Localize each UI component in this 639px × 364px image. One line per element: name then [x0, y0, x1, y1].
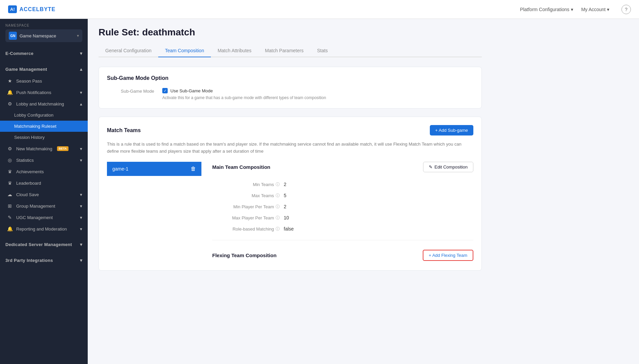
- role-based-info-icon[interactable]: ⓘ: [276, 226, 280, 232]
- composition-panel: Main Team Composition ✎ Edit Composition…: [201, 162, 473, 262]
- sidebar-item-group-management-label: Group Management: [16, 204, 55, 209]
- namespace-selector[interactable]: GN Game Namespace ▾: [5, 29, 82, 42]
- lobby-matchmaking-chevron: ▴: [80, 101, 82, 107]
- max-player-per-team-label: Max Player Per Team ⓘ: [212, 215, 280, 221]
- sidebar-item-matchmaking-ruleset-label: Matchmaking Ruleset: [14, 124, 56, 129]
- section-dedicated-server-header[interactable]: Dedicated Server Management ▾: [0, 239, 88, 250]
- delete-subgame-icon[interactable]: 🗑: [191, 166, 196, 172]
- sidebar-item-lobby-configuration[interactable]: Lobby Configuration: [0, 110, 88, 121]
- sidebar-item-leaderboard[interactable]: ♛ Leaderboard: [0, 177, 88, 189]
- sidebar-item-season-pass[interactable]: ★ Season Pass: [0, 75, 88, 87]
- reporting-moderation-chevron: ▾: [80, 226, 82, 232]
- platform-config-menu[interactable]: Platform Configurations ▾: [520, 7, 573, 12]
- ugc-icon: ✎: [7, 215, 13, 220]
- my-account-menu[interactable]: My Account ▾: [581, 7, 609, 12]
- add-subgame-button[interactable]: + Add Sub-game: [430, 125, 473, 135]
- main-content: Rule Set: deathmatch General Configurati…: [88, 19, 639, 364]
- min-teams-label: Min Teams ⓘ: [212, 182, 280, 187]
- max-player-info-icon[interactable]: ⓘ: [276, 215, 280, 221]
- max-teams-row: Max Teams ⓘ 5: [212, 190, 473, 201]
- max-teams-info-icon[interactable]: ⓘ: [276, 193, 280, 199]
- platform-config-label: Platform Configurations: [520, 7, 569, 12]
- logo-icon: A!: [8, 5, 17, 13]
- flexing-header: Flexing Team Composition + Add Flexing T…: [212, 250, 473, 261]
- my-account-chevron: ▾: [607, 7, 609, 12]
- help-icon[interactable]: ?: [621, 5, 631, 14]
- cloud-save-chevron: ▾: [80, 192, 82, 197]
- composition-title: Main Team Composition: [212, 164, 270, 170]
- tab-team-composition[interactable]: Team Composition: [158, 44, 211, 57]
- sub-game-mode-checkbox-label: Use Sub-Game Mode: [170, 88, 213, 93]
- bell-icon: 🔔: [7, 90, 13, 95]
- ugc-management-chevron: ▾: [80, 215, 82, 220]
- sub-game-mode-content: ✓ Use Sub-Game Mode Activate this for a …: [162, 88, 326, 100]
- min-player-info-icon[interactable]: ⓘ: [276, 204, 280, 210]
- section-e-commerce-chevron: ▾: [80, 51, 82, 56]
- sidebar-item-group-management[interactable]: ⊞ Group Management ▾: [0, 200, 88, 212]
- min-teams-info-icon[interactable]: ⓘ: [276, 182, 280, 187]
- sidebar-item-statistics[interactable]: ◎ Statistics ▾: [0, 154, 88, 166]
- sidebar-item-reporting-moderation[interactable]: 🔔 Reporting and Moderation ▾: [0, 223, 88, 235]
- tab-stats[interactable]: Stats: [310, 44, 335, 57]
- sidebar-item-session-history[interactable]: Session History: [0, 132, 88, 143]
- namespace-section: NAMESPACE GN Game Namespace ▾: [0, 19, 88, 46]
- section-third-party: 3rd Party Integrations ▾: [0, 252, 88, 268]
- third-party-chevron: ▾: [80, 258, 82, 263]
- section-third-party-header[interactable]: 3rd Party Integrations ▾: [0, 254, 88, 266]
- sidebar-item-lobby-matchmaking[interactable]: ⚙ Lobby and Matchmaking ▴: [0, 98, 88, 110]
- max-teams-value: 5: [284, 193, 286, 198]
- role-based-matching-label: Role-based Matching ⓘ: [212, 226, 280, 232]
- role-based-matching-row: Role-based Matching ⓘ false: [212, 223, 473, 235]
- star-icon: ★: [7, 78, 13, 84]
- sidebar-item-season-pass-label: Season Pass: [16, 79, 42, 84]
- section-game-management-chevron: ▴: [80, 67, 82, 72]
- max-player-per-team-value: 10: [284, 215, 289, 220]
- min-teams-row: Min Teams ⓘ 2: [212, 179, 473, 190]
- match-teams-card: Match Teams + Add Sub-game This is a rul…: [99, 117, 482, 271]
- section-e-commerce-header[interactable]: E-Commerce ▾: [0, 48, 88, 59]
- tab-match-parameters[interactable]: Match Parameters: [258, 44, 310, 57]
- section-e-commerce: E-Commerce ▾: [0, 46, 88, 61]
- sidebar-item-push-notifications[interactable]: 🔔 Push Notifications ▾: [0, 87, 88, 98]
- sidebar-item-push-notifications-label: Push Notifications: [16, 90, 51, 95]
- sub-game-mode-card: Sub-Game Mode Option Sub-Game Mode ✓ Use…: [99, 67, 482, 109]
- logo: A! ACCELBYTE: [8, 5, 56, 13]
- sidebar-item-matchmaking-ruleset[interactable]: Matchmaking Ruleset: [0, 121, 88, 132]
- section-game-management-header[interactable]: Game Management ▴: [0, 63, 88, 75]
- flexing-title: Flexing Team Composition: [212, 252, 277, 258]
- sidebar-item-lobby-matchmaking-label: Lobby and Matchmaking: [16, 101, 64, 107]
- add-flexing-team-button[interactable]: + Add Flexing Team: [423, 250, 473, 261]
- group-management-chevron: ▾: [80, 204, 82, 209]
- namespace-chevron: ▾: [77, 33, 79, 38]
- topbar: A! ACCELBYTE Platform Configurations ▾ M…: [0, 0, 639, 19]
- lobby-icon: ⚙: [7, 101, 13, 107]
- namespace-badge: GN: [9, 32, 17, 40]
- sidebar-item-achievements[interactable]: ♛ Achievements: [0, 166, 88, 177]
- tab-general-config[interactable]: General Configuration: [99, 44, 158, 57]
- sub-game-item[interactable]: game-1 🗑: [107, 162, 201, 176]
- statistics-chevron: ▾: [80, 158, 82, 163]
- sidebar-item-new-matchmaking[interactable]: ⚙ New Matchmaking BETA ▾: [0, 143, 88, 154]
- edit-composition-button[interactable]: ✎ Edit Composition: [423, 162, 473, 172]
- cloud-save-icon: ☁: [7, 192, 13, 197]
- sidebar-item-lobby-configuration-label: Lobby Configuration: [14, 113, 53, 118]
- sidebar-item-reporting-moderation-label: Reporting and Moderation: [16, 226, 67, 232]
- sidebar-item-cloud-save-label: Cloud Save: [16, 192, 39, 197]
- tab-match-attributes[interactable]: Match Attributes: [211, 44, 258, 57]
- new-matchmaking-chevron: ▾: [80, 146, 82, 151]
- sub-game-mode-field-label: Sub-Game Mode: [107, 88, 154, 94]
- sidebar-item-ugc-management[interactable]: ✎ UGC Management ▾: [0, 212, 88, 223]
- sidebar-item-cloud-save[interactable]: ☁ Cloud Save ▾: [0, 189, 88, 200]
- tabs: General Configuration Team Composition M…: [99, 44, 482, 57]
- teams-layout: game-1 🗑 Main Team Composition ✎ Edit Co…: [107, 162, 473, 262]
- reporting-icon: 🔔: [7, 226, 13, 232]
- sidebar-item-session-history-label: Session History: [14, 135, 45, 140]
- edit-icon: ✎: [429, 164, 433, 170]
- min-player-per-team-value: 2: [284, 204, 286, 209]
- section-third-party-label: 3rd Party Integrations: [5, 258, 53, 263]
- match-teams-header: Match Teams + Add Sub-game: [107, 125, 473, 135]
- sidebar-item-ugc-management-label: UGC Management: [16, 215, 53, 220]
- sub-game-mode-checkbox[interactable]: ✓: [162, 88, 168, 93]
- flexing-section: Flexing Team Composition + Add Flexing T…: [212, 250, 473, 261]
- sub-game-mode-title: Sub-Game Mode Option: [107, 75, 473, 81]
